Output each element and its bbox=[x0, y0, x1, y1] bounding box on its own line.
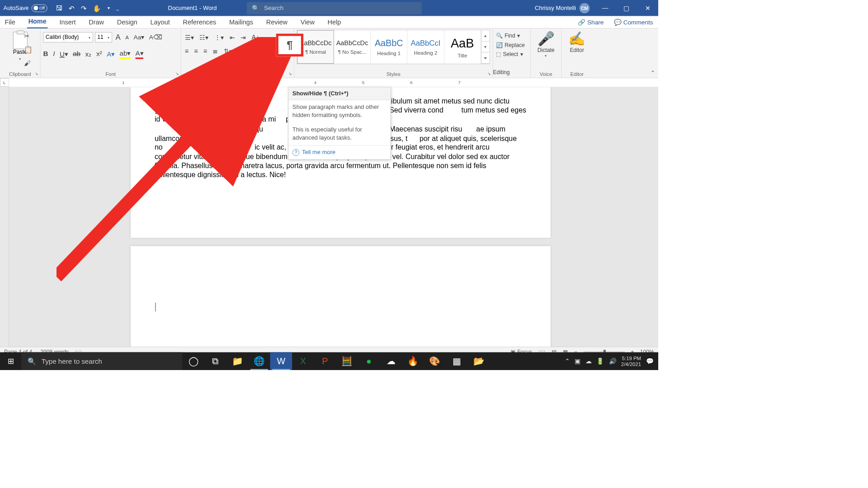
decrease-indent-icon[interactable]: ⇤ bbox=[229, 33, 236, 41]
collapse-ribbon-icon[interactable]: ⌃ bbox=[651, 69, 655, 75]
font-color-icon[interactable]: A▾ bbox=[136, 49, 144, 59]
tab-references[interactable]: References bbox=[182, 16, 218, 28]
sort-icon[interactable]: A↓ bbox=[250, 33, 260, 41]
decrease-font-icon[interactable]: A bbox=[124, 34, 130, 40]
start-button[interactable]: ⊞ bbox=[0, 352, 21, 370]
redo-icon[interactable]: ↷ bbox=[81, 4, 87, 12]
multilevel-icon[interactable]: ⋮▾ bbox=[213, 33, 226, 41]
tab-review[interactable]: Review bbox=[265, 16, 289, 28]
editor-icon[interactable]: ✍ bbox=[564, 30, 590, 47]
tab-insert[interactable]: Insert bbox=[58, 16, 77, 28]
numbering-icon[interactable]: ☷▾ bbox=[198, 33, 210, 41]
qat-dropdown-icon[interactable]: ▾ bbox=[108, 5, 110, 10]
tab-view[interactable]: View bbox=[299, 16, 316, 28]
horizontal-ruler[interactable]: 1 1 2 3 4 5 6 7 bbox=[9, 78, 658, 87]
maximize-button[interactable]: ▢ bbox=[616, 0, 637, 16]
folder-icon[interactable]: 📂 bbox=[467, 352, 490, 370]
launcher-icon[interactable]: ↘ bbox=[175, 71, 179, 76]
launcher-icon[interactable]: ↘ bbox=[35, 71, 38, 76]
underline-button[interactable]: U▾ bbox=[60, 50, 68, 58]
paint-icon[interactable]: 🎨 bbox=[424, 352, 446, 370]
tab-layout[interactable]: Layout bbox=[149, 16, 171, 28]
launcher-icon[interactable]: ↘ bbox=[288, 71, 292, 76]
bold-button[interactable]: B bbox=[43, 50, 48, 58]
spotify-icon[interactable]: ● bbox=[358, 352, 380, 370]
align-right-icon[interactable]: ≡ bbox=[203, 47, 208, 55]
undo-icon[interactable]: ↶ bbox=[69, 4, 75, 12]
tab-file[interactable]: File bbox=[4, 16, 17, 28]
clear-format-icon[interactable]: A⌫ bbox=[148, 33, 163, 41]
file-explorer-icon[interactable]: 📁 bbox=[226, 352, 249, 370]
vertical-ruler[interactable] bbox=[0, 87, 9, 357]
font-size-select[interactable]: 11▾ bbox=[95, 32, 112, 42]
launcher-icon[interactable]: ↘ bbox=[487, 71, 491, 76]
close-button[interactable]: ✕ bbox=[637, 0, 658, 16]
justify-icon[interactable]: ≣ bbox=[212, 47, 219, 55]
share-button[interactable]: 🔗 Share bbox=[578, 19, 604, 26]
tray-chevron-icon[interactable]: ⌃ bbox=[565, 357, 570, 365]
save-icon[interactable]: 🖫 bbox=[56, 4, 62, 12]
increase-indent-icon[interactable]: ⇥ bbox=[240, 33, 247, 41]
app-icon[interactable]: 🔥 bbox=[402, 352, 424, 370]
microphone-icon[interactable]: 🎤 bbox=[533, 30, 558, 47]
minimize-button[interactable]: — bbox=[594, 0, 616, 16]
toggle-switch[interactable]: Off bbox=[32, 4, 47, 12]
tab-design[interactable]: Design bbox=[116, 16, 139, 28]
comments-button[interactable]: 💬 Comments bbox=[614, 19, 653, 26]
clock[interactable]: 5:19 PM 2/4/2021 bbox=[621, 355, 641, 367]
volume-icon[interactable]: 🔊 bbox=[609, 357, 617, 365]
replace-button[interactable]: 🔄 Replace bbox=[496, 40, 528, 49]
highlight-icon[interactable]: ab▾ bbox=[119, 49, 130, 59]
select-button[interactable]: ⬚ Select ▾ bbox=[496, 50, 528, 59]
cut-icon[interactable]: ✂ bbox=[24, 32, 33, 40]
calculator-icon[interactable]: 🧮 bbox=[336, 352, 358, 370]
line-spacing-icon[interactable]: ⇅▾ bbox=[222, 47, 233, 55]
tab-help[interactable]: Help bbox=[326, 16, 343, 28]
superscript-button[interactable]: x² bbox=[96, 50, 102, 58]
tab-selector[interactable]: L bbox=[0, 78, 9, 87]
taskbar-search[interactable]: 🔍 Type here to search bbox=[21, 352, 182, 370]
shading-icon[interactable]: ◧▾ bbox=[237, 47, 249, 55]
onedrive-icon[interactable]: ▣ bbox=[575, 357, 580, 365]
notifications-icon[interactable]: 💬 bbox=[646, 357, 654, 365]
search-box[interactable]: 🔍 Search bbox=[247, 2, 422, 14]
change-case-icon[interactable]: Aa▾ bbox=[132, 33, 146, 41]
increase-font-icon[interactable]: A bbox=[114, 33, 122, 42]
word-icon[interactable]: W bbox=[270, 352, 292, 370]
powerpoint-icon[interactable]: P bbox=[314, 352, 336, 370]
task-view-icon[interactable]: ⧉ bbox=[204, 352, 226, 370]
battery-icon[interactable]: 🔋 bbox=[596, 357, 604, 365]
style-title[interactable]: AaBTitle bbox=[444, 30, 481, 64]
align-center-icon[interactable]: ≡ bbox=[193, 47, 199, 55]
style-heading1[interactable]: AaBbCHeading 1 bbox=[371, 30, 407, 64]
text-effects-icon[interactable]: A▾ bbox=[107, 50, 115, 58]
excel-icon[interactable]: X bbox=[292, 352, 314, 370]
strikethrough-button[interactable]: ab bbox=[73, 50, 80, 58]
borders-icon[interactable]: ⊞▾ bbox=[252, 47, 263, 55]
tab-draw[interactable]: Draw bbox=[87, 16, 105, 28]
style-no-spacing[interactable]: AaBbCcDc¶ No Spac... bbox=[334, 30, 371, 64]
format-painter-icon[interactable]: 🖌 bbox=[24, 59, 33, 67]
app-icon[interactable]: ▦ bbox=[446, 352, 468, 370]
font-name-select[interactable]: Calibri (Body)▾ bbox=[43, 32, 93, 42]
app-icon[interactable]: ☁ bbox=[380, 352, 402, 370]
show-hide-paragraph-button[interactable]: ¶ bbox=[276, 33, 303, 56]
style-heading2[interactable]: AaBbCcIHeading 2 bbox=[407, 30, 444, 64]
ribbon-display-icon[interactable]: ▭ bbox=[573, 0, 594, 16]
styles-expand[interactable]: ▴▾⏷ bbox=[481, 30, 490, 64]
bullets-icon[interactable]: ☰▾ bbox=[184, 33, 195, 41]
cortana-icon[interactable]: ◯ bbox=[182, 352, 204, 370]
copy-icon[interactable]: 📋 bbox=[24, 46, 33, 54]
chrome-icon[interactable]: 🌐 bbox=[248, 352, 270, 370]
qat-overflow-icon[interactable]: ⎯ bbox=[116, 5, 119, 10]
italic-button[interactable]: I bbox=[53, 50, 55, 58]
touch-mode-icon[interactable]: ✋ bbox=[93, 4, 101, 12]
page[interactable] bbox=[131, 246, 551, 357]
autosave-toggle[interactable]: AutoSave Off bbox=[4, 4, 47, 12]
subscript-button[interactable]: x₂ bbox=[85, 50, 92, 58]
tab-mailings[interactable]: Mailings bbox=[228, 16, 255, 28]
align-left-icon[interactable]: ≡ bbox=[184, 47, 189, 55]
find-button[interactable]: 🔍 Find ▾ bbox=[496, 31, 528, 40]
tell-me-more-link[interactable]: ? Tell me more bbox=[288, 145, 391, 159]
tab-home[interactable]: Home bbox=[27, 16, 48, 28]
